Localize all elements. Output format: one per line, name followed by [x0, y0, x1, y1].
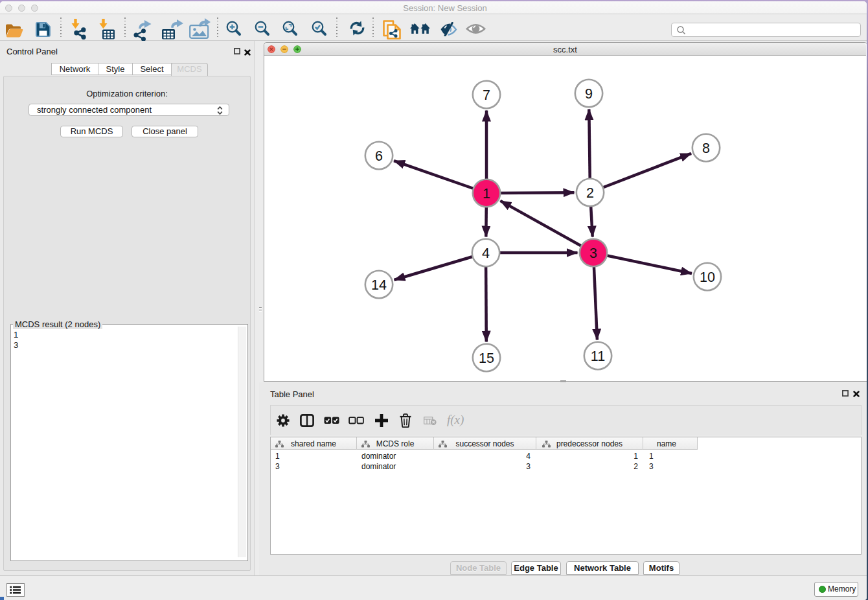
- svg-text:10: 10: [700, 270, 715, 285]
- svg-text:8: 8: [702, 141, 710, 156]
- svg-text:7: 7: [483, 87, 490, 103]
- svg-text:4: 4: [482, 246, 490, 261]
- svg-text:15: 15: [479, 351, 494, 366]
- svg-text:14: 14: [371, 277, 387, 293]
- svg-text:1: 1: [483, 186, 490, 202]
- svg-text:6: 6: [375, 148, 383, 164]
- svg-text:9: 9: [585, 86, 593, 102]
- svg-text:3: 3: [589, 246, 597, 261]
- svg-text:2: 2: [586, 185, 594, 201]
- svg-text:11: 11: [591, 349, 605, 364]
